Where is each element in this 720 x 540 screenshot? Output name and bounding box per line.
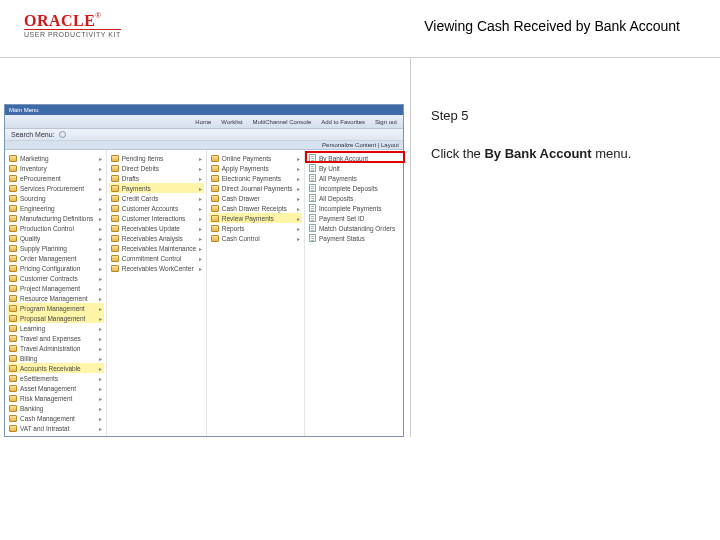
menu-item[interactable]: Cash Control▸ xyxy=(209,233,302,243)
folder-icon xyxy=(9,255,17,262)
menu-item[interactable]: Quality▸ xyxy=(7,233,104,243)
menu-item[interactable]: Receivables Update▸ xyxy=(109,223,204,233)
menu-item[interactable]: By Bank Account xyxy=(307,153,401,163)
menu-item-label: Marketing xyxy=(20,155,49,162)
folder-icon xyxy=(211,225,219,232)
submenu-arrow-icon: ▸ xyxy=(294,165,300,172)
sign-out-link[interactable]: Sign out xyxy=(375,119,397,125)
menu-item[interactable]: Direct Debits▸ xyxy=(109,163,204,173)
folder-icon xyxy=(9,245,17,252)
submenu-arrow-icon: ▸ xyxy=(196,195,202,202)
menu-item[interactable]: Reports▸ xyxy=(209,223,302,233)
folder-icon xyxy=(111,215,119,222)
menu-item[interactable]: Travel and Expenses▸ xyxy=(7,333,104,343)
menu-item[interactable]: All Payments xyxy=(307,173,401,183)
folder-icon xyxy=(111,205,119,212)
menu-item[interactable]: Services Procurement▸ xyxy=(7,183,104,193)
menu-item[interactable]: Project Management▸ xyxy=(7,283,104,293)
menu-item[interactable]: Marketing▸ xyxy=(7,153,104,163)
main-menu-tab[interactable]: Main Menu xyxy=(9,107,39,113)
menu-item[interactable]: By Unit xyxy=(307,163,401,173)
menu-item[interactable]: Online Payments▸ xyxy=(209,153,302,163)
menu-item-label: Inventory xyxy=(20,165,47,172)
menu-item[interactable]: Drafts▸ xyxy=(109,173,204,183)
refresh-icon[interactable] xyxy=(59,131,66,138)
menu-item-label: Cash Drawer Receipts xyxy=(222,205,287,212)
menu-item[interactable]: Engineering▸ xyxy=(7,203,104,213)
submenu-arrow-icon: ▸ xyxy=(96,205,102,212)
menu-item[interactable]: Order Management▸ xyxy=(7,253,104,263)
menu-item[interactable]: Billing▸ xyxy=(7,353,104,363)
folder-icon xyxy=(111,185,119,192)
menu-item[interactable]: All Deposits xyxy=(307,193,401,203)
multichannel-link[interactable]: MultiChannel Console xyxy=(253,119,312,125)
personalize-link[interactable]: Personalize Content | Layout xyxy=(322,142,399,148)
menu-item[interactable]: Electronic Payments▸ xyxy=(209,173,302,183)
menu-item[interactable]: eSettlements▸ xyxy=(7,373,104,383)
menu-col-1: Marketing▸Inventory▸eProcurement▸Service… xyxy=(5,150,107,436)
menu-item[interactable]: Program Management▸ xyxy=(7,303,104,313)
main-menu-bar: Main Menu xyxy=(5,105,403,115)
menu-item-label: Cash Control xyxy=(222,235,260,242)
submenu-arrow-icon: ▸ xyxy=(196,165,202,172)
menu-item[interactable]: Accounts Receivable▸ xyxy=(7,363,104,373)
menu-item[interactable]: Banking▸ xyxy=(7,403,104,413)
menu-item[interactable]: Asset Management▸ xyxy=(7,383,104,393)
menu-item[interactable]: Supply Planning▸ xyxy=(7,243,104,253)
menu-item[interactable]: Pending Items▸ xyxy=(109,153,204,163)
menu-item[interactable]: VAT and Intrastat▸ xyxy=(7,423,104,433)
folder-icon xyxy=(211,215,219,222)
menu-item[interactable]: Cash Drawer Receipts▸ xyxy=(209,203,302,213)
menu-item[interactable]: eProcurement▸ xyxy=(7,173,104,183)
menu-item[interactable]: Apply Payments▸ xyxy=(209,163,302,173)
menu-item[interactable]: Receivables WorkCenter▸ xyxy=(109,263,204,273)
menu-item[interactable]: Risk Management▸ xyxy=(7,393,104,403)
menu-item[interactable]: Incomplete Payments xyxy=(307,203,401,213)
menu-item[interactable]: Credit Cards▸ xyxy=(109,193,204,203)
menu-item[interactable]: Learning▸ xyxy=(7,323,104,333)
menu-item[interactable]: Match Outstanding Orders xyxy=(307,223,401,233)
folder-icon xyxy=(9,185,17,192)
menu-item[interactable]: Direct Journal Payments▸ xyxy=(209,183,302,193)
menu-item[interactable]: Review Payments▸ xyxy=(209,213,302,223)
menu-item[interactable]: Payment Status xyxy=(307,233,401,243)
menu-item[interactable]: Inventory▸ xyxy=(7,163,104,173)
instr-pre: Click the xyxy=(431,146,484,161)
menu-item[interactable]: Commitment Control▸ xyxy=(109,253,204,263)
menu-item-label: Customer Interactions xyxy=(122,215,186,222)
menu-item-label: Banking xyxy=(20,405,44,412)
submenu-arrow-icon: ▸ xyxy=(96,225,102,232)
document-icon xyxy=(309,224,316,232)
menu-item[interactable]: Customer Accounts▸ xyxy=(109,203,204,213)
menu-item[interactable]: Payment Set ID xyxy=(307,213,401,223)
home-link[interactable]: Home xyxy=(195,119,211,125)
menu-item[interactable]: Resource Management▸ xyxy=(7,293,104,303)
menu-item[interactable]: Receivables Maintenance▸ xyxy=(109,243,204,253)
menu-item[interactable]: Sourcing▸ xyxy=(7,193,104,203)
folder-icon xyxy=(111,155,119,162)
menu-item[interactable]: Payments▸ xyxy=(109,183,204,193)
menu-item[interactable]: Cash Drawer▸ xyxy=(209,193,302,203)
folder-icon xyxy=(9,345,17,352)
search-menu-label: Search Menu: xyxy=(11,131,55,138)
menu-item[interactable]: Travel Administration▸ xyxy=(7,343,104,353)
menu-item[interactable]: Production Control▸ xyxy=(7,223,104,233)
menu-item[interactable]: Proposal Management▸ xyxy=(7,313,104,323)
oracle-logo: ORACLE® USER PRODUCTIVITY KIT xyxy=(24,12,121,38)
menu-item-label: Services Procurement xyxy=(20,185,84,192)
menu-item[interactable]: Customer Interactions▸ xyxy=(109,213,204,223)
menu-item[interactable]: Incomplete Deposits xyxy=(307,183,401,193)
menu-item[interactable]: Manufacturing Definitions▸ xyxy=(7,213,104,223)
submenu-arrow-icon: ▸ xyxy=(96,235,102,242)
document-icon xyxy=(309,194,316,202)
menu-item-label: Direct Journal Payments xyxy=(222,185,293,192)
menu-item[interactable]: Pricing Configuration▸ xyxy=(7,263,104,273)
menu-item[interactable]: Customer Contracts▸ xyxy=(7,273,104,283)
menu-item[interactable]: Receivables Analysis▸ xyxy=(109,233,204,243)
menu-item-label: Match Outstanding Orders xyxy=(319,225,395,232)
add-favorites-link[interactable]: Add to Favorites xyxy=(321,119,365,125)
menu-item[interactable]: Cash Management▸ xyxy=(7,413,104,423)
instr-bold: By Bank Account xyxy=(484,146,591,161)
step-label: Step 5 xyxy=(431,108,700,123)
worklist-link[interactable]: Worklist xyxy=(221,119,242,125)
